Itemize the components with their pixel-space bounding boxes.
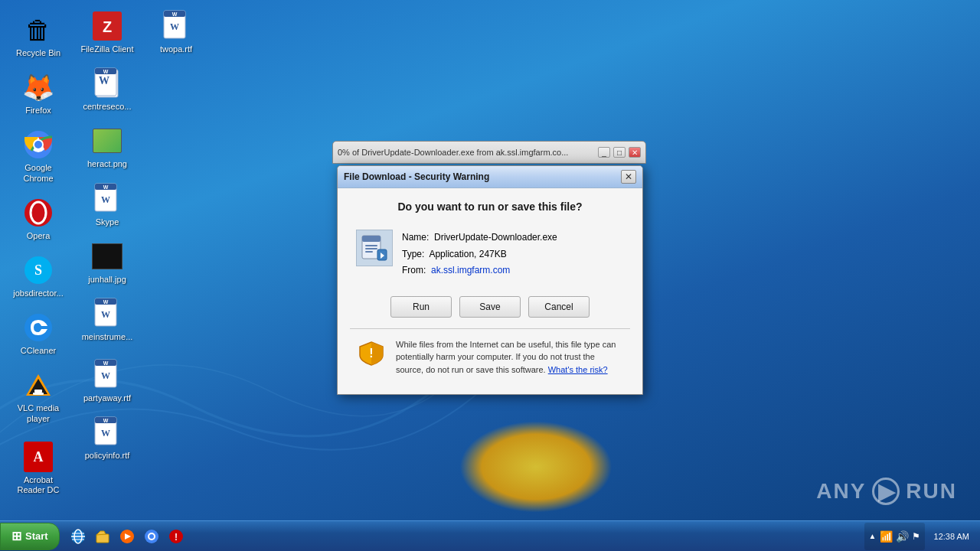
svg-text:!: ! — [369, 347, 373, 360]
progress-restore-btn[interactable]: □ — [613, 147, 626, 158]
desktop-icon-vlc[interactable]: VLC media player — [8, 367, 69, 426]
progress-close-btn[interactable]: ✕ — [629, 147, 641, 158]
taskbar-chrome-icon[interactable] — [141, 526, 162, 547]
svg-text:W: W — [103, 418, 109, 423]
taskbar-right: ▲ 📶 🔊 ⚑ 12:38 AM — [864, 523, 980, 550]
filezilla-icon: Z — [92, 11, 122, 41]
desktop-icon-firefox[interactable]: 🦊 Firefox — [8, 69, 69, 119]
taskbar: ⊞ Start — [0, 520, 980, 551]
desktop-icon-partyaway[interactable]: W W partyaway.rtf — [77, 357, 138, 406]
desktop-icon-meinstrum[interactable]: W W meinstrume... — [77, 295, 138, 345]
acrobat-label: Acrobat Reader DC — [11, 475, 66, 495]
policyinfo-label: policyinfo.rtf — [85, 451, 130, 461]
chrome-icon — [23, 129, 54, 160]
dialog-question: Do you want to run or save this file? — [350, 201, 630, 213]
twopa-icon: W W — [161, 11, 191, 41]
svg-rect-46 — [365, 251, 373, 253]
svg-text:W: W — [101, 309, 110, 320]
desktop-icon-skype[interactable]: S jobsdirector... — [8, 252, 69, 302]
centreseco-label: centreseco... — [83, 102, 132, 112]
meinstrum-label: meinstrume... — [82, 332, 133, 342]
junhall-icon — [92, 241, 122, 272]
desktop-icon-policyinfo[interactable]: W W policyinfo.rtf — [77, 414, 138, 464]
type-label: Type: — [402, 249, 424, 259]
desktop-icon-filezilla[interactable]: Z FileZilla Client — [77, 8, 138, 57]
desktop-icon-opera[interactable]: Opera — [8, 194, 69, 244]
file-info-box: Name: DriverUpdate-Downloader.exe Type: … — [350, 223, 630, 285]
svg-rect-55 — [96, 534, 109, 543]
desktop-icon-jobsdirector[interactable]: W W Skype — [77, 181, 138, 230]
taskbar-media-icon[interactable] — [116, 526, 138, 547]
heract-label: heract.png — [87, 159, 127, 169]
svg-text:W: W — [101, 370, 110, 381]
desktop-icon-ccleaner[interactable]: CCleaner — [8, 309, 69, 359]
file-name-value: DriverUpdate-Downloader.exe — [434, 232, 557, 243]
file-type-value: Application, 247KB — [429, 249, 506, 259]
desktop-icon-acrobat[interactable]: A Acrobat Reader DC — [8, 439, 69, 498]
skype-icon: S — [23, 255, 54, 285]
system-tray: ▲ 📶 🔊 ⚑ — [864, 523, 925, 550]
partyaway-label: partyaway.rtf — [83, 393, 131, 403]
svg-rect-44 — [365, 245, 377, 246]
run-button[interactable]: Run — [390, 296, 452, 318]
heract-icon — [92, 126, 122, 156]
svg-rect-11 — [34, 390, 42, 393]
svg-text:W: W — [103, 69, 109, 74]
svg-text:W: W — [172, 11, 178, 17]
jobsdirector-label: Skype — [96, 217, 119, 227]
junhall-label: junhall.jpg — [88, 275, 126, 285]
desktop-icon-twopa[interactable]: W W twopa.rtf — [145, 8, 207, 57]
progress-window-title: 0% of DriverUpdate-Downloader.exe from a… — [338, 148, 595, 157]
dialog-separator — [350, 328, 630, 329]
svg-text:W: W — [101, 194, 110, 205]
taskbar-ie-icon[interactable] — [67, 526, 89, 547]
progress-minimize-btn[interactable]: _ — [598, 147, 610, 158]
desktop-icon-recycle-bin[interactable]: 🗑 Recycle Bin — [8, 11, 69, 61]
filezilla-label: FileZilla Client — [80, 44, 133, 54]
skype-label: jobsdirector... — [13, 289, 63, 298]
start-button[interactable]: ⊞ Start — [0, 523, 60, 550]
dialog-close-button[interactable]: ✕ — [621, 170, 636, 184]
cancel-button[interactable]: Cancel — [528, 296, 590, 318]
dialog-titlebar: File Download - Security Warning ✕ — [338, 166, 642, 188]
file-from-value[interactable]: ak.ssl.imgfarm.com — [431, 265, 510, 276]
volume-icon[interactable]: 🔊 — [896, 530, 909, 543]
chrome-label: Google Chrome — [11, 163, 66, 183]
svg-text:!: ! — [175, 532, 178, 543]
svg-point-8 — [24, 314, 52, 341]
windows-orb-icon: ⊞ — [11, 529, 21, 543]
acrobat-icon: A — [23, 442, 54, 472]
dialog-body: Do you want to run or save this file? Na… — [338, 188, 642, 394]
clock-display[interactable]: 12:38 AM — [929, 532, 974, 541]
action-center-icon[interactable]: ⚑ — [912, 531, 920, 542]
from-label: From: — [402, 265, 426, 276]
meinstrum-icon: W W — [92, 298, 122, 329]
dialog-title: File Download - Security Warning — [344, 171, 621, 182]
policyinfo-icon: W W — [92, 417, 122, 448]
svg-text:W: W — [103, 360, 109, 366]
svg-text:W: W — [103, 299, 109, 305]
desktop-icon-chrome[interactable]: Google Chrome — [8, 126, 69, 186]
network-icon: 📶 — [880, 530, 893, 543]
desktop-icon-junhall[interactable]: junhall.jpg — [77, 238, 138, 288]
centreseco-icon: W W — [92, 68, 122, 99]
whats-the-risk-link[interactable]: What's the risk? — [548, 365, 608, 374]
save-button[interactable]: Save — [459, 296, 521, 318]
dialog-buttons: Run Save Cancel — [350, 296, 630, 318]
taskbar-antivirus-icon[interactable]: ! — [165, 526, 187, 547]
warning-text: While files from the Internet can be use… — [396, 338, 624, 377]
svg-text:Z: Z — [103, 18, 112, 35]
svg-text:W: W — [99, 75, 109, 86]
warning-shield-icon: ! — [356, 338, 387, 369]
svg-text:A: A — [34, 449, 44, 465]
taskbar-explorer-icon[interactable] — [92, 526, 113, 547]
twopa-label: twopa.rtf — [160, 44, 192, 54]
recycle-bin-label: Recycle Bin — [16, 48, 60, 58]
svg-text:W: W — [101, 428, 110, 439]
dialog-warning: ! While files from the Internet can be u… — [350, 338, 630, 383]
desktop-icon-heract[interactable]: heract.png — [77, 122, 138, 172]
opera-icon — [23, 197, 54, 228]
tray-expand-icon[interactable]: ▲ — [869, 532, 877, 540]
download-progress-window[interactable]: 0% of DriverUpdate-Downloader.exe from a… — [332, 141, 646, 164]
desktop-icon-centreseco[interactable]: W W centreseco... — [77, 65, 138, 115]
